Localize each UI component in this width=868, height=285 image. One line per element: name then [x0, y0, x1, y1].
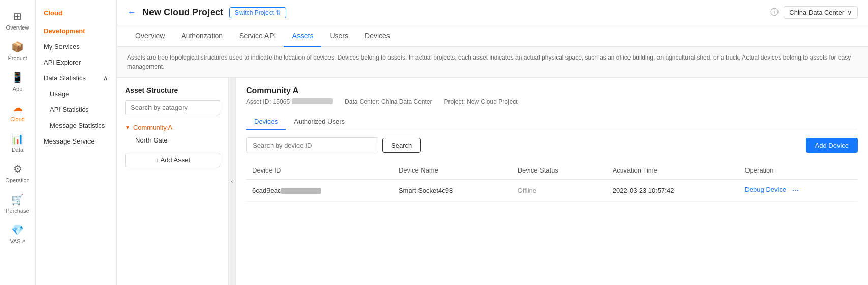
switch-project-button[interactable]: Switch Project ⇅ — [229, 7, 286, 18]
data-icon: 📊 — [11, 132, 24, 145]
sidebar-label-product: Product — [8, 55, 27, 61]
sub-sidebar-item-api-explorer[interactable]: API Explorer — [36, 54, 116, 70]
tab-authorization[interactable]: Authorization — [173, 25, 231, 47]
device-id-cell: 6cad9eac — [246, 180, 393, 202]
project-meta: Project: New Cloud Project — [444, 98, 518, 105]
activation-time-cell: 2022-03-23 10:57:42 — [607, 180, 739, 202]
sidebar-item-cloud[interactable]: ☁ Cloud — [0, 97, 35, 127]
sidebar-item-app[interactable]: 📱 App — [0, 66, 35, 97]
col-header-device-name: Device Name — [393, 161, 512, 180]
asset-id-value: 15065 — [273, 98, 290, 105]
tab-assets[interactable]: Assets — [284, 25, 321, 47]
sidebar-item-purchase[interactable]: 🛒 Purchase — [0, 188, 35, 219]
switch-chevron-icon: ⇅ — [276, 9, 281, 16]
tab-devices[interactable]: Devices — [356, 25, 398, 47]
device-status-cell: Offline — [512, 180, 607, 202]
col-header-device-status: Device Status — [512, 161, 607, 180]
group-expand-icon: ∧ — [103, 74, 108, 82]
col-header-activation-time: Activation Time — [607, 161, 739, 180]
asset-id-meta: Asset ID: 15065 — [246, 98, 333, 105]
col-header-device-id: Device ID — [246, 161, 393, 180]
sub-sidebar-sub-item-usage[interactable]: Usage — [36, 86, 116, 102]
sub-sidebar: Cloud Development My Services API Explor… — [36, 0, 117, 285]
sidebar-label-cloud: Cloud — [10, 116, 25, 122]
sub-sidebar-item-my-services[interactable]: My Services — [36, 39, 116, 54]
sidebar-label-app: App — [13, 86, 23, 92]
sidebar-item-product[interactable]: 📦 Product — [0, 36, 35, 66]
sidebar-item-vas[interactable]: 💎 VAS↗ — [0, 219, 35, 250]
sidebar-label-operation: Operation — [5, 177, 29, 183]
asset-id-label: Asset ID: — [246, 98, 271, 105]
device-name-cell: Smart Socket4c98 — [393, 180, 512, 202]
tab-service-api[interactable]: Service API — [231, 25, 284, 47]
add-device-button[interactable]: Add Device — [806, 138, 858, 153]
data-center-meta-value: China Data Center — [381, 98, 432, 105]
operation-icon: ⚙ — [13, 163, 22, 175]
sub-sidebar-group-title-data-statistics[interactable]: Data Statistics ∧ — [36, 70, 116, 86]
sub-sidebar-sub-item-api-statistics[interactable]: API Statistics — [36, 102, 116, 118]
asset-tree-root[interactable]: ▼ Community A — [125, 121, 220, 134]
vas-icon: 💎 — [11, 224, 24, 236]
sub-sidebar-group-data-statistics: Data Statistics ∧ Usage API Statistics M… — [36, 70, 116, 133]
product-icon: 📦 — [11, 41, 24, 53]
asset-id-blurred — [292, 98, 333, 104]
asset-tree: ▼ Community A North Gate — [125, 121, 220, 147]
asset-tree-children: North Gate — [125, 134, 220, 147]
group-title-label: Data Statistics — [44, 74, 86, 82]
asset-search-input[interactable] — [125, 100, 220, 115]
inner-tabs: Devices Authorized Users — [246, 113, 858, 130]
asset-panel-title: Asset Structure — [125, 86, 220, 94]
device-search-input[interactable] — [246, 137, 378, 153]
data-center-meta: Data Center: China Data Center — [345, 98, 432, 105]
asset-tree-child-north-gate[interactable]: North Gate — [135, 134, 220, 147]
app-icon: 📱 — [11, 71, 24, 83]
back-button[interactable]: ← — [127, 7, 136, 18]
sidebar-label-data: Data — [12, 147, 23, 153]
overview-icon: ⊞ — [13, 10, 22, 22]
sidebar-label-purchase: Purchase — [6, 208, 29, 214]
inner-tab-authorized-users[interactable]: Authorized Users — [286, 113, 353, 130]
sub-sidebar-title: Cloud — [36, 5, 116, 23]
more-options-button[interactable]: ··· — [792, 186, 799, 194]
project-meta-value: New Cloud Project — [467, 98, 517, 105]
sidebar-item-overview[interactable]: ⊞ Overview — [0, 5, 35, 36]
device-table: Device ID Device Name Device Status Acti… — [246, 161, 858, 202]
info-icon[interactable]: ⓘ — [770, 7, 779, 18]
sidebar-label-vas: VAS↗ — [10, 238, 25, 245]
sidebar-item-data[interactable]: 📊 Data — [0, 127, 35, 158]
sidebar-item-operation[interactable]: ⚙ Operation — [0, 158, 35, 188]
data-center-label: China Data Center — [789, 9, 844, 16]
col-header-operation: Operation — [738, 161, 858, 180]
tab-users[interactable]: Users — [321, 25, 356, 47]
asset-panel: Asset Structure ▼ Community A North Gate… — [117, 78, 229, 285]
search-row: Search Add Device — [246, 137, 858, 153]
collapse-icon: ‹ — [231, 179, 233, 184]
tree-arrow-icon: ▼ — [125, 125, 130, 130]
header-right: ⓘ China Data Center ∨ — [770, 6, 858, 19]
sub-sidebar-item-development[interactable]: Development — [36, 23, 116, 39]
split-layout: Asset Structure ▼ Community A North Gate… — [117, 78, 868, 285]
description-text: Assets are tree topological structures u… — [127, 54, 851, 70]
asset-tree-root-label: Community A — [133, 124, 172, 131]
sub-sidebar-sub-item-message-statistics[interactable]: Message Statistics — [36, 118, 116, 133]
device-id-blurred — [281, 188, 321, 194]
debug-device-link[interactable]: Debug Device — [744, 186, 786, 193]
main-content: ← New Cloud Project Switch Project ⇅ ⓘ C… — [117, 0, 868, 285]
operation-cell: Debug Device ··· — [738, 180, 858, 202]
description-bar: Assets are tree topological structures u… — [117, 47, 868, 78]
collapse-handle[interactable]: ‹ — [229, 78, 236, 285]
data-center-meta-label: Data Center: — [345, 98, 379, 105]
search-button[interactable]: Search — [382, 138, 421, 153]
left-sidebar: ⊞ Overview 📦 Product 📱 App ☁ Cloud 📊 Dat… — [0, 0, 36, 285]
inner-tab-devices[interactable]: Devices — [246, 113, 286, 130]
tab-overview[interactable]: Overview — [127, 25, 173, 47]
data-center-selector[interactable]: China Data Center ∨ — [784, 6, 858, 19]
data-center-chevron-icon: ∨ — [847, 9, 852, 16]
nav-tabs: Overview Authorization Service API Asset… — [117, 25, 868, 47]
project-meta-label: Project: — [444, 98, 465, 105]
detail-meta: Asset ID: 15065 Data Center: China Data … — [246, 98, 858, 105]
sub-sidebar-item-message-service[interactable]: Message Service — [36, 133, 116, 149]
detail-panel: Community A Asset ID: 15065 Data Center:… — [236, 78, 868, 285]
sidebar-label-overview: Overview — [6, 24, 29, 31]
add-asset-button[interactable]: + Add Asset — [125, 153, 220, 167]
